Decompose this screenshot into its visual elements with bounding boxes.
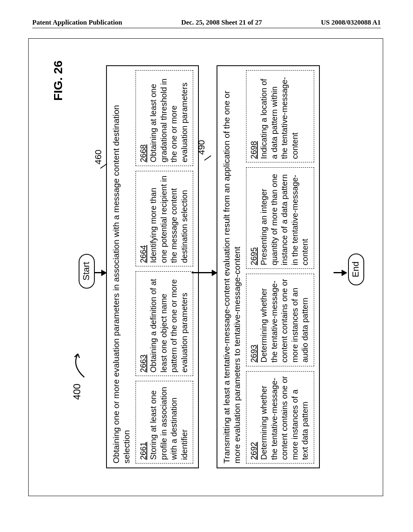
reference-490-tick xyxy=(204,155,211,160)
sub-2698: 2698 Indicating a location of a data pat… xyxy=(246,70,315,162)
block-490: Transmitting at least a tentative-messag… xyxy=(217,65,320,468)
page-header: Patent Application Publication Dec. 25, … xyxy=(32,19,381,28)
sub-2692: 2692 Determining whether the tentative-m… xyxy=(246,371,315,463)
header-left: Patent Application Publication xyxy=(32,19,122,27)
block-460: Obtaining one or more evaluation paramet… xyxy=(106,65,199,468)
sub-2661: 2661 Storing at least one profile in ass… xyxy=(136,381,194,463)
sub-2664-text: Identifying more than one potential reci… xyxy=(149,176,189,263)
sub-2695: 2695 Presenting an integer quantity of m… xyxy=(246,167,315,269)
start-terminal: Start xyxy=(79,254,95,289)
sub-2668: 2668 Obtaining at least one gradational … xyxy=(136,70,194,166)
sub-2693-id: 2693 xyxy=(249,345,259,363)
figure-26: FIG. 26 400 Start 460 Obtaining one or m… xyxy=(45,55,367,480)
sub-2663: 2663 Obtaining a definition of at least … xyxy=(136,272,194,376)
sub-2664: 2664 Identifying more than one potential… xyxy=(136,171,194,267)
reference-400-arrow xyxy=(71,349,87,378)
page-frame: FIG. 26 400 Start 460 Obtaining one or m… xyxy=(28,38,383,496)
sub-2698-text: Indicating a location of a data pattern … xyxy=(259,77,299,159)
sub-2692-id: 2692 xyxy=(249,442,259,460)
block-490-subs: 2692 Determining whether the tentative-m… xyxy=(246,70,315,463)
reference-400: 400 xyxy=(71,384,83,400)
header-right: US 2008/0320088 A1 xyxy=(321,19,381,27)
header-center: Dec. 25, 2008 Sheet 21 of 27 xyxy=(181,19,262,27)
sub-2661-id: 2661 xyxy=(138,442,149,460)
block-460-subs: 2661 Storing at least one profile in ass… xyxy=(136,70,194,463)
block-460-title: Obtaining one or more evaluation paramet… xyxy=(111,70,132,463)
arrow-line xyxy=(192,272,213,274)
sub-2693: 2693 Determining whether the tentative-m… xyxy=(246,274,315,366)
end-terminal: End xyxy=(348,254,364,285)
sub-2695-text: Presenting an integer quantity of more t… xyxy=(259,174,309,265)
sub-2668-text: Obtaining at least one gradational thres… xyxy=(149,79,189,162)
sub-2664-id: 2664 xyxy=(138,245,149,263)
sub-2661-text: Storing at least one profile in associat… xyxy=(149,387,189,460)
arrow-head-icon xyxy=(342,270,347,276)
sub-2692-text: Determining whether the tentative-messag… xyxy=(259,376,309,460)
reference-490: 490 xyxy=(196,140,207,155)
sub-2698-id: 2698 xyxy=(249,141,259,159)
sub-2663-id: 2663 xyxy=(138,355,149,373)
sub-2663-text: Obtaining a definition of at least one o… xyxy=(149,279,189,372)
sub-2693-text: Determining whether the tentative-messag… xyxy=(259,279,309,363)
sub-2668-id: 2668 xyxy=(138,144,149,162)
reference-460: 460 xyxy=(93,150,104,164)
figure-container: FIG. 26 400 Start 460 Obtaining one or m… xyxy=(45,55,367,480)
sub-2695-id: 2695 xyxy=(249,247,259,266)
block-490-title: Transmitting at least a tentative-messag… xyxy=(221,70,243,463)
figure-label: FIG. 26 xyxy=(51,60,65,101)
